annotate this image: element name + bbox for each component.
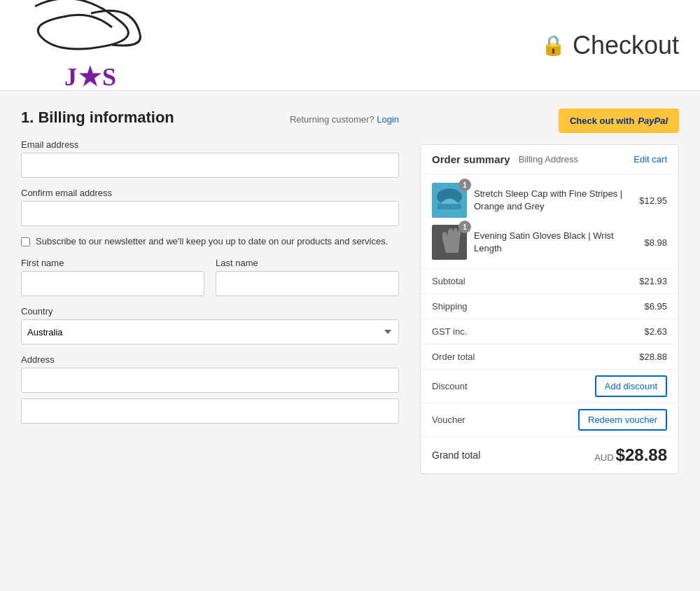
address-label: Address: [21, 354, 399, 365]
discount-label: Discount: [432, 381, 468, 391]
confirm-email-input[interactable]: [21, 201, 399, 226]
first-name-group: First name: [21, 258, 204, 296]
product-image-wrap-hat: 1: [432, 183, 467, 218]
grand-total-row: Grand total AUD$28.88: [421, 437, 678, 473]
order-summary-section: Check out with PayPal Order summary Bill…: [420, 109, 679, 474]
login-link[interactable]: Login: [377, 114, 399, 125]
product-name-hat: Stretch Sleep Cap with Fine Stripes |Ora…: [474, 188, 632, 213]
country-label: Country: [21, 306, 399, 317]
product-price-hat: $12.95: [639, 195, 667, 206]
product-item-hat: 1 Stretch Sleep Cap with Fine Stripes |O…: [432, 183, 667, 218]
email-input[interactable]: [21, 153, 399, 178]
checkout-title: 🔒 Checkout: [541, 31, 679, 60]
redeem-voucher-button[interactable]: Redeem voucher: [578, 409, 667, 431]
voucher-label: Voucher: [432, 415, 465, 425]
first-name-input[interactable]: [21, 271, 204, 296]
logo: J★S: [21, 0, 161, 92]
product-item-glove: 1 Evening Satin Gloves Black | Wrist Len…: [432, 225, 667, 260]
billing-address-label: Billing Address: [519, 154, 578, 165]
newsletter-checkbox[interactable]: [21, 237, 30, 246]
last-name-label: Last name: [216, 258, 399, 268]
subtotal-row: Subtotal $21.93: [421, 269, 678, 294]
product-list: 1 Stretch Sleep Cap with Fine Stripes |O…: [421, 174, 678, 269]
shipping-value: $6.95: [644, 301, 667, 312]
billing-title: 1. Billing information: [21, 109, 174, 127]
product-price-glove: $8.98: [644, 237, 667, 248]
lock-icon: 🔒: [541, 34, 566, 57]
product-name-glove: Evening Satin Gloves Black | Wrist Lengt…: [474, 230, 637, 255]
grand-total-currency: AUD: [594, 452, 613, 463]
qty-badge-hat: 1: [458, 179, 471, 191]
summary-header: Order summary Billing Address Edit cart: [421, 145, 678, 174]
summary-box: Order summary Billing Address Edit cart: [420, 144, 679, 474]
country-group: Country Australia New Zealand United Sta…: [21, 306, 399, 345]
billing-header: 1. Billing information Returning custome…: [21, 109, 399, 127]
returning-customer-text: Returning customer? Login: [290, 114, 399, 125]
gst-value: $2.63: [644, 326, 667, 337]
order-total-label: Order total: [432, 352, 475, 362]
confirm-email-group: Confirm email address: [21, 188, 399, 226]
country-select[interactable]: Australia New Zealand United States Unit…: [21, 319, 399, 345]
summary-totals: Subtotal $21.93 Shipping $6.95 GST inc. …: [421, 269, 678, 473]
edit-cart-link[interactable]: Edit cart: [634, 154, 667, 165]
address-line2-input[interactable]: [21, 398, 399, 424]
svg-rect-2: [438, 204, 461, 209]
name-row: First name Last name: [21, 258, 399, 296]
shipping-row: Shipping $6.95: [421, 294, 678, 319]
voucher-row: Voucher Redeem voucher: [421, 403, 678, 437]
email-label: Email address: [21, 139, 399, 150]
email-group: Email address: [21, 139, 399, 178]
page-header: J★S 🔒 Checkout: [0, 0, 700, 91]
order-total-value: $28.88: [639, 352, 667, 362]
address-group: Address: [21, 354, 399, 424]
subtotal-label: Subtotal: [432, 276, 465, 286]
logo-swirl: [21, 0, 161, 62]
logo-text: J★S: [64, 62, 118, 92]
last-name-group: Last name: [216, 258, 399, 296]
gst-label: GST inc.: [432, 326, 467, 337]
grand-total-value: AUD$28.88: [594, 445, 667, 465]
billing-section: 1. Billing information Returning custome…: [21, 109, 399, 474]
address-line1-input[interactable]: [21, 368, 399, 393]
add-discount-button[interactable]: Add discount: [595, 375, 667, 397]
newsletter-text: Subscribe to our newsletter and we'll ke…: [36, 236, 388, 246]
confirm-email-label: Confirm email address: [21, 188, 399, 198]
paypal-checkout-button[interactable]: Check out with PayPal: [559, 109, 679, 133]
qty-badge-glove: 1: [458, 221, 471, 233]
paypal-button-text: Check out with: [570, 116, 634, 126]
grand-total-label: Grand total: [432, 450, 480, 461]
last-name-input[interactable]: [216, 271, 399, 296]
product-image-wrap-glove: 1: [432, 225, 467, 260]
first-name-label: First name: [21, 258, 204, 268]
summary-title: Order summary: [432, 153, 510, 165]
newsletter-row: Subscribe to our newsletter and we'll ke…: [21, 236, 399, 246]
order-total-row: Order total $28.88: [421, 345, 678, 370]
paypal-logo: PayPal: [638, 116, 668, 126]
gst-row: GST inc. $2.63: [421, 319, 678, 345]
discount-row: Discount Add discount: [421, 370, 678, 403]
main-content: 1. Billing information Returning custome…: [0, 91, 700, 492]
paypal-button-area: Check out with PayPal: [420, 109, 679, 133]
subtotal-value: $21.93: [639, 276, 667, 286]
shipping-label: Shipping: [432, 301, 468, 312]
